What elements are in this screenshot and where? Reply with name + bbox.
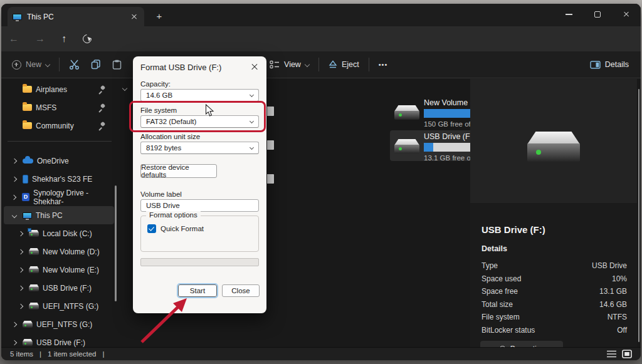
back-button[interactable]: ←	[9, 33, 19, 44]
chevron-right-icon[interactable]	[12, 158, 17, 163]
chevron-right-icon[interactable]	[18, 249, 23, 254]
panel-scrollbar[interactable]	[638, 89, 639, 342]
sidebar-item-label: Shekhar's S23 FE	[32, 175, 92, 184]
sidebar-item-label: Local Disk (C:)	[43, 229, 92, 238]
minimize-icon	[566, 14, 572, 15]
view-button[interactable]: View	[264, 55, 315, 75]
forward-button[interactable]: →	[35, 33, 45, 44]
divider	[369, 58, 369, 71]
details-row-total-size: Total size14.6 GB	[482, 298, 627, 311]
tab-bar: This PC +	[1, 4, 641, 26]
drive-icon	[23, 321, 33, 328]
chevron-right-icon[interactable]	[18, 267, 23, 272]
paste-button[interactable]	[107, 55, 127, 75]
view-grid-icon	[270, 60, 280, 69]
pin-icon	[98, 104, 105, 111]
chevron-right-icon[interactable]	[18, 285, 23, 290]
close-button[interactable]	[612, 4, 641, 25]
drive-icon-large	[527, 132, 580, 162]
chevron-right-icon[interactable]	[12, 340, 17, 345]
details-label: Details	[605, 60, 629, 69]
capacity-dropdown[interactable]: 14.6 GB	[140, 89, 259, 101]
windows-flag-icon	[28, 228, 31, 232]
drive-icon	[23, 339, 33, 346]
volume-label-input[interactable]	[140, 199, 259, 212]
new-label: New	[26, 60, 41, 69]
eject-button[interactable]: Eject	[323, 55, 365, 75]
thumbnail-view-icon[interactable]	[622, 350, 632, 358]
sidebar-scrollbar[interactable]	[115, 185, 117, 301]
group-collapse-icon[interactable]	[122, 86, 127, 91]
allocation-label: Allocation unit size	[140, 133, 200, 140]
details-row-space-used: Space used10%	[482, 273, 627, 286]
chevron-right-icon[interactable]	[12, 321, 17, 326]
system-drive-icon	[29, 230, 39, 237]
cut-scissors-icon	[69, 60, 80, 70]
tab-this-pc[interactable]: This PC	[8, 7, 144, 26]
close-dialog-button[interactable]: Close	[222, 284, 260, 297]
sidebar-item-onedrive[interactable]: OneDrive	[4, 152, 114, 170]
more-options-button[interactable]: •••	[373, 55, 394, 75]
chevron-right-icon[interactable]	[12, 176, 17, 181]
maximize-button[interactable]	[583, 4, 612, 25]
sidebar-item-this-pc[interactable]: This PC	[4, 206, 114, 224]
sidebar-item-synology[interactable]: Synology Drive - Shekhar-	[4, 188, 114, 206]
details-pane: USB Drive (F:) Details TypeUSB Drive Spa…	[470, 79, 637, 347]
restore-defaults-button[interactable]: Restore device defaults	[140, 164, 217, 178]
pin-icon	[98, 122, 105, 129]
sidebar-item-usb-drive-f[interactable]: USB Drive (F:)	[4, 279, 114, 297]
up-button[interactable]: ↑	[61, 33, 66, 44]
folder-icon	[23, 86, 32, 93]
copy-button[interactable]	[85, 55, 107, 75]
dialog-close-icon[interactable]	[249, 61, 260, 73]
sidebar-item-label: New Volume (D:)	[43, 247, 100, 256]
volume-label-label: Volume label	[140, 190, 182, 198]
allocation-dropdown[interactable]: 8192 bytes	[140, 142, 259, 154]
selection-count: 1 item selected	[48, 350, 96, 358]
refresh-icon[interactable]	[81, 33, 93, 45]
sidebar-item-uefi-ntfs-g-root[interactable]: UEFI_NTFS (G:)	[4, 315, 114, 333]
sidebar-item-msfs[interactable]: MSFS	[4, 98, 114, 117]
chevron-right-icon[interactable]	[11, 194, 16, 199]
sidebar-item-new-volume-e[interactable]: New Volume (E:)	[4, 261, 114, 279]
annotation-highlight-box	[129, 101, 266, 132]
properties-button[interactable]: Properties	[480, 341, 563, 347]
chevron-down-icon	[250, 92, 254, 96]
copy-icon	[91, 60, 101, 70]
sidebar-item-uefi-ntfs-g[interactable]: UEFI_NTFS (G:)	[4, 297, 114, 315]
divider	[59, 58, 60, 71]
sidebar-item-usb-drive-f-root[interactable]: USB Drive (F:)	[4, 333, 114, 347]
eject-icon	[329, 60, 337, 69]
list-view-icon[interactable]	[606, 350, 617, 358]
new-tab-button[interactable]: +	[153, 10, 166, 23]
details-section-title: Details	[482, 244, 507, 253]
sidebar-item-community[interactable]: Community	[4, 117, 114, 135]
quick-format-label: Quick Format	[160, 225, 204, 232]
format-options-label: Format options	[146, 211, 201, 219]
navigation-bar: ← → ↑ This PC	[1, 26, 641, 51]
format-options-group: Format options Quick Format	[140, 216, 259, 252]
drive-name: USB Drive (F:)	[424, 132, 475, 141]
checkbox-checked-icon[interactable]	[147, 224, 156, 233]
sidebar-item-phone[interactable]: Shekhar's S23 FE	[4, 170, 114, 188]
minimize-button[interactable]	[554, 4, 583, 25]
chevron-right-icon[interactable]	[18, 303, 23, 308]
this-pc-icon	[13, 14, 22, 20]
this-pc-icon	[23, 212, 32, 219]
drive-icon	[29, 303, 39, 309]
cut-button[interactable]	[63, 55, 85, 75]
chevron-down-icon[interactable]	[12, 212, 17, 217]
paste-icon	[112, 60, 122, 70]
sidebar-item-label: UEFI_NTFS (G:)	[36, 320, 92, 329]
folder-icon	[23, 104, 32, 111]
details-toggle-button[interactable]: Details	[584, 55, 634, 75]
tab-close-icon[interactable]	[129, 12, 139, 22]
sidebar-item-local-disk-c[interactable]: Local Disk (C:)	[4, 224, 114, 242]
sidebar-item-airplanes[interactable]: Airplanes	[4, 80, 114, 98]
new-button[interactable]: New	[6, 55, 55, 75]
sidebar-item-label: New Volume (E:)	[43, 266, 99, 274]
chevron-right-icon[interactable]	[18, 231, 23, 236]
plus-circle-icon	[12, 60, 21, 70]
quick-format-option[interactable]: Quick Format	[147, 224, 204, 233]
sidebar-item-new-volume-d[interactable]: New Volume (D:)	[4, 242, 114, 261]
